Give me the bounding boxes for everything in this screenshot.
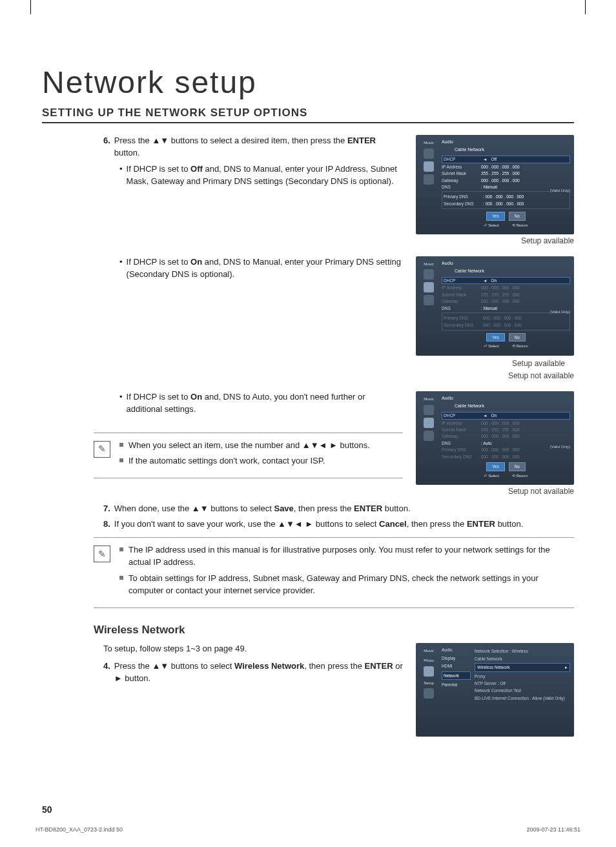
footer-filename: HT-BD8200_XAA_0723-2.indd 50 (36, 826, 123, 833)
wireless-heading: Wireless Network (94, 622, 574, 638)
step-6-bullet-2: • If DHCP is set to On and, DNS to Manua… (119, 256, 403, 281)
caption-setup-available: Setup available (416, 358, 574, 369)
osd-screenshot-wireless: Music Photo Setup Audio Display HDMI Net… (416, 643, 574, 737)
note-block-2: ✎ The IP address used in this manual is … (94, 537, 574, 607)
osd-screenshot-3: Music Audio Cable Network DHCP◄On IP Add… (416, 391, 574, 498)
osd-screenshot-1: Music Audio Cable Network DHCP◄Off IP Ad… (416, 135, 574, 247)
note-block-1: ✎ When you select an item, use the numbe… (94, 433, 403, 479)
caption-setup-not-available: Setup not available (416, 486, 574, 497)
step-7: 7. When done, use the ▲▼ buttons to sele… (103, 503, 574, 515)
manual-page: Network setup SETTING UP THE NETWORK SET… (0, 0, 616, 847)
step-6-bullet-3: • If DHCP is set to On and, DNS to Auto,… (119, 391, 403, 416)
caption-setup-not-available: Setup not available (416, 371, 574, 382)
osd-screenshot-2: Music Audio Cable Network DHCP◄On IP Add… (416, 256, 574, 382)
step-8: 8. If you don't want to save your work, … (103, 518, 574, 531)
crop-mark (585, 0, 586, 14)
note-icon: ✎ (94, 546, 110, 562)
step-6: 6. Press the ▲▼ buttons to select a desi… (103, 135, 403, 159)
crop-mark (30, 0, 31, 14)
section-heading: SETTING UP THE NETWORK SETUP OPTIONS (42, 107, 574, 123)
print-footer: HT-BD8200_XAA_0723-2.indd 50 2009-07-23 … (36, 826, 580, 833)
page-title: Network setup (42, 65, 574, 100)
footer-timestamp: 2009-07-23 11:46:51 (526, 826, 580, 833)
note-icon: ✎ (94, 441, 110, 458)
wireless-intro: To setup, follow steps 1~3 on page 49. (103, 643, 403, 655)
caption-setup-available: Setup available (416, 236, 574, 247)
step-4-wireless: 4. Press the ▲▼ buttons to select Wirele… (103, 660, 403, 685)
step-6-bullet-1: • If DHCP is set to Off and, DNS to Manu… (119, 163, 403, 188)
page-number: 50 (42, 804, 52, 815)
